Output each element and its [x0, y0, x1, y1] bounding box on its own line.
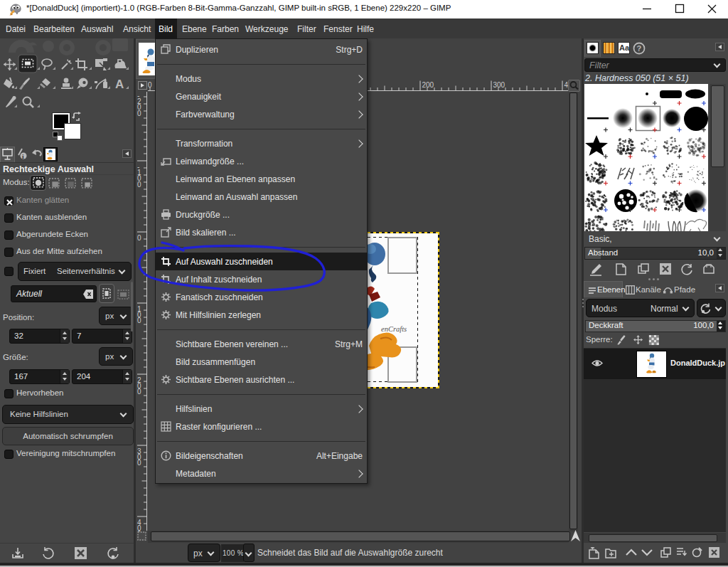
svg-text:400: 400	[564, 81, 569, 89]
svg-text:enCrafts: enCrafts	[381, 325, 407, 333]
svg-text:0: 0	[137, 181, 141, 189]
svg-text:200: 200	[422, 81, 434, 89]
svg-text:0: 0	[137, 110, 141, 117]
svg-text:0: 0	[137, 317, 141, 324]
svg-text:0: 0	[137, 388, 141, 396]
svg-text:?: ?	[637, 44, 642, 53]
svg-text:300: 300	[493, 81, 505, 89]
svg-text:A: A	[115, 78, 124, 91]
svg-text:-200: -200	[148, 81, 152, 89]
svg-text:0: 0	[137, 459, 141, 467]
svg-text:0: 0	[137, 234, 141, 242]
